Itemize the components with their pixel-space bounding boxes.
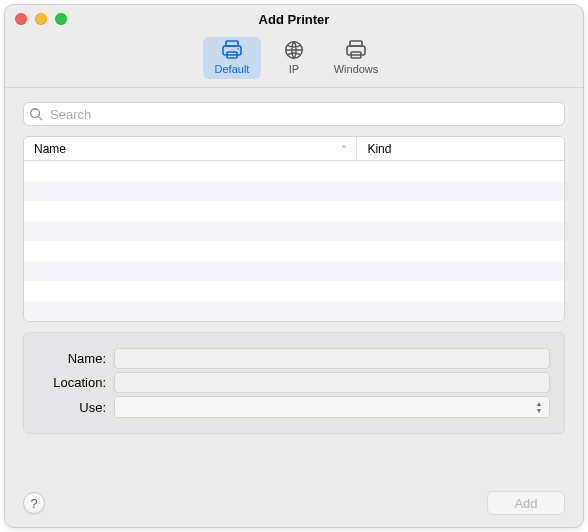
tab-ip-label: IP: [265, 63, 323, 75]
location-field[interactable]: [114, 372, 550, 393]
printer-details-panel: Name: Location: Use: ▲▼: [23, 332, 565, 434]
column-header-kind[interactable]: Kind: [356, 137, 554, 160]
window-title: Add Printer: [5, 12, 583, 27]
column-header-name[interactable]: Name ⌃: [34, 142, 356, 156]
tab-windows[interactable]: Windows: [327, 37, 385, 79]
list-row: [24, 301, 564, 321]
footer: ? Add: [5, 485, 583, 527]
svg-point-3: [237, 48, 239, 50]
list-row: [24, 221, 564, 241]
close-icon[interactable]: [15, 13, 27, 25]
windows-printer-icon: [342, 39, 370, 61]
column-name-label: Name: [34, 142, 66, 156]
list-row: [24, 161, 564, 181]
window-controls: [15, 13, 67, 25]
tab-ip[interactable]: IP: [265, 37, 323, 79]
help-icon: ?: [30, 496, 37, 511]
list-row: [24, 181, 564, 201]
globe-icon: [280, 39, 308, 61]
name-field[interactable]: [114, 348, 550, 369]
svg-point-8: [31, 109, 40, 118]
toolbar: Default IP Windows: [5, 33, 583, 88]
minimize-icon[interactable]: [35, 13, 47, 25]
select-stepper-icon: ▲▼: [533, 399, 545, 415]
search-input[interactable]: [23, 102, 565, 126]
list-row: [24, 201, 564, 221]
zoom-icon[interactable]: [55, 13, 67, 25]
svg-line-9: [39, 117, 43, 121]
help-button[interactable]: ?: [23, 492, 45, 514]
content-area: Name ⌃ Kind Name:: [5, 88, 583, 485]
tab-default-label: Default: [203, 63, 261, 75]
list-row: [24, 281, 564, 301]
printer-icon: [218, 39, 246, 61]
printer-list: Name ⌃ Kind: [23, 136, 565, 322]
search-icon: [29, 107, 43, 121]
search-wrap: [23, 102, 565, 126]
name-label: Name:: [38, 351, 114, 366]
titlebar: Add Printer: [5, 5, 583, 33]
use-label: Use:: [38, 400, 114, 415]
location-label: Location:: [38, 375, 114, 390]
sort-caret-icon: ⌃: [340, 144, 348, 154]
tab-default[interactable]: Default: [203, 37, 261, 79]
list-row: [24, 241, 564, 261]
column-kind-label: Kind: [367, 142, 391, 156]
list-row: [24, 261, 564, 281]
svg-rect-1: [223, 46, 241, 55]
list-header: Name ⌃ Kind: [24, 137, 564, 161]
svg-rect-6: [347, 46, 365, 55]
list-rows[interactable]: [24, 161, 564, 321]
add-printer-window: Add Printer Default IP: [4, 4, 584, 528]
add-button[interactable]: Add: [487, 491, 565, 515]
use-select[interactable]: ▲▼: [114, 396, 550, 418]
tab-windows-label: Windows: [327, 63, 385, 75]
